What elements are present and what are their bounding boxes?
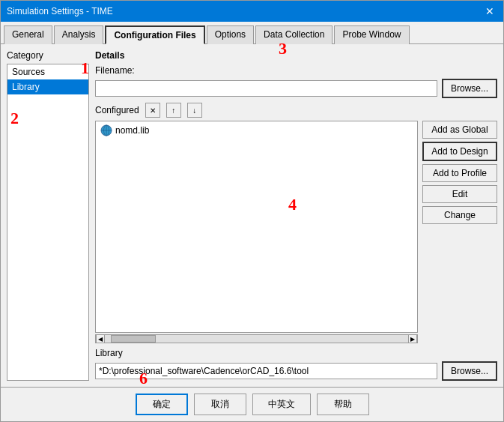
details-label: Details xyxy=(95,50,497,61)
browse-button-library[interactable]: Browse... xyxy=(442,361,497,381)
scrollbar-thumb[interactable] xyxy=(111,335,156,343)
configured-list-area: nomd.lib ◀ ▶ Add as G xyxy=(95,121,497,343)
close-button[interactable]: ✕ xyxy=(482,6,497,16)
filename-label: Filename: xyxy=(95,65,135,76)
filename-row: Filename: xyxy=(95,65,497,76)
scroll-right-btn[interactable]: ▶ xyxy=(408,334,417,343)
details-section: Details Filename: Browse... xyxy=(95,50,497,98)
filename-input-row: Browse... xyxy=(95,79,497,98)
tab-bar: General Analysis Configuration Files Opt… xyxy=(1,22,503,44)
cancel-button[interactable]: 取消 xyxy=(194,394,246,415)
action-buttons: Add as Global Add to Design Add to Profi… xyxy=(422,121,497,343)
down-config-btn[interactable]: ↓ xyxy=(187,103,202,118)
middle-button[interactable]: 中英文 xyxy=(252,394,311,415)
browse-button-filename[interactable]: Browse... xyxy=(442,79,497,98)
configured-item-label: nomd.lib xyxy=(115,125,149,136)
add-to-design-btn[interactable]: Add to Design xyxy=(422,142,497,161)
tab-probe-window[interactable]: Probe Window xyxy=(334,25,409,44)
footer: 确定 取消 中英文 帮助 xyxy=(1,387,503,421)
configured-row: Configured ✕ ↑ ↓ xyxy=(95,103,497,118)
sidebar: Category Sources Library xyxy=(7,50,89,381)
window-title: Simulation Settings - TIME xyxy=(7,6,113,16)
help-button[interactable]: 帮助 xyxy=(317,394,369,415)
confirm-button[interactable]: 确定 xyxy=(136,394,188,415)
sidebar-item-library[interactable]: Library xyxy=(7,79,88,94)
category-list[interactable]: Sources Library xyxy=(7,64,89,381)
scroll-left-btn[interactable]: ◀ xyxy=(96,334,105,343)
title-bar: Simulation Settings - TIME ✕ xyxy=(1,1,503,22)
tab-options[interactable]: Options xyxy=(207,25,254,44)
tab-configuration-files[interactable]: Configuration Files xyxy=(105,25,204,44)
edit-btn[interactable]: Edit xyxy=(422,185,497,203)
add-to-profile-btn[interactable]: Add to Profile xyxy=(422,164,497,182)
globe-icon xyxy=(100,124,112,136)
tab-data-collection[interactable]: Data Collection xyxy=(255,25,333,44)
library-input[interactable] xyxy=(95,363,437,379)
category-label: Category xyxy=(7,50,89,61)
add-as-global-btn[interactable]: Add as Global xyxy=(422,121,497,139)
change-btn[interactable]: Change xyxy=(422,206,497,224)
tab-general[interactable]: General xyxy=(4,25,52,44)
delete-config-btn[interactable]: ✕ xyxy=(145,103,160,118)
configured-item-nomd[interactable]: nomd.lib xyxy=(97,123,416,138)
filename-input[interactable] xyxy=(95,80,437,97)
sidebar-item-sources[interactable]: Sources xyxy=(7,64,88,79)
configured-label: Configured xyxy=(95,105,139,115)
configured-list[interactable]: nomd.lib xyxy=(95,121,418,333)
content-area: Category Sources Library Details Filenam… xyxy=(1,44,503,387)
up-config-btn[interactable]: ↑ xyxy=(166,103,181,118)
library-row: Browse... xyxy=(95,361,497,381)
library-label: Library xyxy=(95,348,497,358)
library-section: Library Browse... xyxy=(95,348,497,381)
simulation-settings-window: Simulation Settings - TIME ✕ General Ana… xyxy=(0,0,504,422)
horizontal-scrollbar[interactable]: ◀ ▶ xyxy=(95,334,418,343)
main-panel: Details Filename: Browse... Configured ✕… xyxy=(95,50,497,381)
tab-analysis[interactable]: Analysis xyxy=(54,25,104,44)
